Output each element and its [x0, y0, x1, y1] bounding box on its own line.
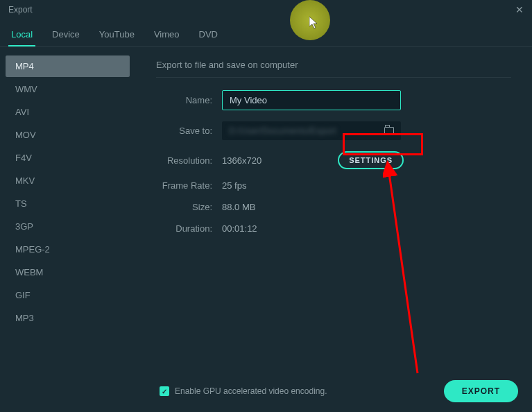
saveto-field[interactable]: D:/User/Documents/Export — [222, 121, 401, 140]
gpu-label: Enable GPU accelerated video encoding. — [175, 386, 327, 396]
name-input[interactable] — [222, 90, 401, 110]
sidebar-item-mpeg2[interactable]: MPEG-2 — [6, 239, 130, 260]
window-title: Export — [8, 5, 33, 15]
saveto-path: D:/User/Documents/Export — [229, 126, 336, 136]
sidebar-item-mp3[interactable]: MP3 — [6, 307, 130, 329]
gpu-checkbox-row[interactable]: ✓ Enable GPU accelerated video encoding. — [160, 386, 327, 396]
sidebar-item-3gp[interactable]: 3GP — [6, 216, 130, 237]
gpu-checkbox[interactable]: ✓ — [160, 386, 169, 396]
footer: ✓ Enable GPU accelerated video encoding.… — [0, 372, 532, 412]
framerate-label: Frame Rate: — [156, 180, 222, 191]
sidebar-item-ts[interactable]: TS — [6, 193, 130, 214]
sidebar-item-f4v[interactable]: F4V — [6, 147, 130, 169]
tab-local[interactable]: Local — [8, 25, 35, 46]
sidebar-item-mov[interactable]: MOV — [6, 124, 130, 146]
main-panel: Export to file and save on computer Name… — [135, 47, 532, 383]
framerate-value: 25 fps — [222, 180, 246, 191]
tab-device[interactable]: Device — [49, 25, 83, 46]
saveto-label: Save to: — [156, 126, 222, 136]
close-icon[interactable]: ✕ — [515, 4, 524, 15]
resolution-label: Resolution: — [156, 155, 222, 166]
tab-dvd[interactable]: DVD — [196, 25, 221, 46]
title-bar: Export ✕ — [0, 0, 532, 19]
sidebar-item-mkv[interactable]: MKV — [6, 170, 130, 191]
name-label: Name: — [156, 95, 222, 105]
folder-icon[interactable] — [384, 127, 394, 135]
tab-vimeo[interactable]: Vimeo — [151, 25, 182, 46]
format-sidebar: MP4 WMV AVI MOV F4V MKV TS 3GP MPEG-2 WE… — [0, 47, 135, 383]
tab-youtube[interactable]: YouTube — [96, 25, 137, 46]
sidebar-item-mp4[interactable]: MP4 — [6, 55, 130, 77]
tab-bar: Local Device YouTube Vimeo DVD — [0, 19, 532, 47]
size-label: Size: — [156, 202, 222, 212]
panel-title: Export to file and save on computer — [156, 60, 511, 78]
export-button[interactable]: EXPORT — [444, 380, 518, 402]
sidebar-item-gif[interactable]: GIF — [6, 284, 130, 306]
sidebar-item-webm[interactable]: WEBM — [6, 261, 130, 283]
resolution-value: 1366x720 — [222, 155, 261, 166]
duration-label: Duration: — [156, 223, 222, 234]
sidebar-item-avi[interactable]: AVI — [6, 101, 130, 123]
settings-button[interactable]: SETTINGS — [338, 151, 404, 169]
sidebar-item-wmv[interactable]: WMV — [6, 78, 130, 100]
duration-value: 00:01:12 — [222, 223, 257, 234]
size-value: 88.0 MB — [222, 202, 255, 212]
